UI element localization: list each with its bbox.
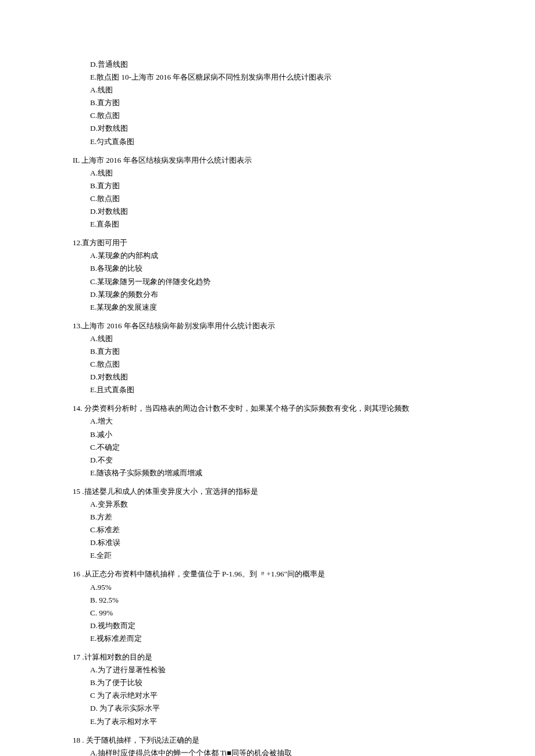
option-b: B.减小 — [73, 428, 462, 441]
option-e: E.为了表示相对水平 — [73, 715, 462, 728]
option-d: D.标准误 — [73, 536, 462, 549]
option-e: E.视标准差而定 — [73, 632, 462, 645]
option-a: A.增大 — [73, 415, 462, 428]
question-17: 17 .计算相对数的目的是 A.为了进行显著性检验 B.为了便于比较 C 为了表… — [73, 651, 462, 728]
q10-option-a: A.线图 — [73, 84, 462, 96]
option-d: D.对数线图 — [73, 205, 462, 218]
question-stem: IL 上海市 2016 年各区结核病发病率用什么统计图表示 — [73, 154, 462, 167]
option-a: A.为了进行显著性检验 — [73, 664, 462, 676]
q10-option-b: B.直方图 — [73, 96, 462, 109]
option-c: C.散点图 — [73, 192, 462, 205]
option-d: D.不变 — [73, 454, 462, 467]
option-a: A.变异系数 — [73, 498, 462, 511]
question-11: IL 上海市 2016 年各区结核病发病率用什么统计图表示 A.线图 B.直方图… — [73, 154, 462, 231]
option-c: C.某现象随另一现象的伴随变化趋势 — [73, 275, 462, 288]
option-e: E.直条图 — [73, 218, 462, 231]
option-a: A.线图 — [73, 332, 462, 345]
option-e: E.且式直条图 — [73, 384, 462, 396]
q10-option-d: D.对数线图 — [73, 122, 462, 135]
option-b: B.方差 — [73, 511, 462, 524]
option-b: B.直方图 — [73, 345, 462, 358]
question-9-tail: D.普通线图 E.散点图 10-上海市 2016 年各区糖尿病不同性别发病率用什… — [73, 58, 462, 148]
option-d: D.某现象的频数分布 — [73, 288, 462, 301]
option-e: E.某现象的发展速度 — [73, 301, 462, 314]
option-a: A.95% — [73, 581, 462, 594]
q10-option-e: E.匀式直条图 — [73, 135, 462, 148]
option-d: D.对数线图 — [73, 371, 462, 384]
question-16: 16 .从正态分布资料中随机抽样，变量值位于 P-1.96。到 〃+1.96"间… — [73, 568, 462, 645]
option-c: C.标准差 — [73, 524, 462, 536]
option-c: C.不确定 — [73, 441, 462, 454]
option-d: D. 为了表示实际水平 — [73, 702, 462, 715]
question-stem: 18 . 关于随机抽样，下列说法正确的是 — [73, 734, 462, 747]
question-13: 13.上海市 2016 年各区结核病年龄别发病率用什么统计图表示 A.线图 B.… — [73, 320, 462, 397]
option-b: B.各现象的比较 — [73, 262, 462, 275]
question-stem: 13.上海市 2016 年各区结核病年龄别发病率用什么统计图表示 — [73, 320, 462, 332]
question-stem: 14. 分类资料分析时，当四格表的周边合计数不变时，如果某个格子的实际频数有变化… — [73, 402, 462, 415]
question-stem: 12.直方图可用于 — [73, 237, 462, 249]
question-15: 15 .描述婴儿和成人的体重变异度大小，宜选择的指标是 A.变异系数 B.方差 … — [73, 485, 462, 562]
option-e: E.全距 — [73, 549, 462, 562]
option-a: A.抽样时应使得总体中的蝉一个个体都 Ti■同等的机会被抽取 — [73, 747, 462, 756]
question-14: 14. 分类资料分析时，当四格表的周边合计数不变时，如果某个格子的实际频数有变化… — [73, 402, 462, 479]
q10-option-c: C.散点图 — [73, 109, 462, 122]
option-c: C.散点图 — [73, 358, 462, 371]
question-stem: 15 .描述婴儿和成人的体重变异度大小，宜选择的指标是 — [73, 485, 462, 498]
option-e-with-q10: E.散点图 10-上海市 2016 年各区糖尿病不同性别发病率用什么统计图表示 — [73, 71, 462, 84]
option-c: C 为了表示绝对水平 — [73, 689, 462, 702]
option-d: D.普通线图 — [73, 58, 462, 71]
question-18: 18 . 关于随机抽样，下列说法正确的是 A.抽样时应使得总体中的蝉一个个体都 … — [73, 734, 462, 756]
option-c: C. 99% — [73, 607, 462, 619]
option-e: E.随该格子实际频数的增减而增减 — [73, 467, 462, 479]
option-b: B. 92.5% — [73, 594, 462, 607]
question-stem: 17 .计算相对数的目的是 — [73, 651, 462, 664]
option-a: A.线图 — [73, 167, 462, 180]
question-stem: 16 .从正态分布资料中随机抽样，变量值位于 P-1.96。到 〃+1.96"间… — [73, 568, 462, 581]
option-b: B.为了便于比较 — [73, 676, 462, 689]
question-12: 12.直方图可用于 A.某现象的内部构成 B.各现象的比较 C.某现象随另一现象… — [73, 237, 462, 314]
option-b: B.直方图 — [73, 180, 462, 192]
option-a: A.某现象的内部构成 — [73, 249, 462, 262]
option-d: D.视均数而定 — [73, 619, 462, 632]
